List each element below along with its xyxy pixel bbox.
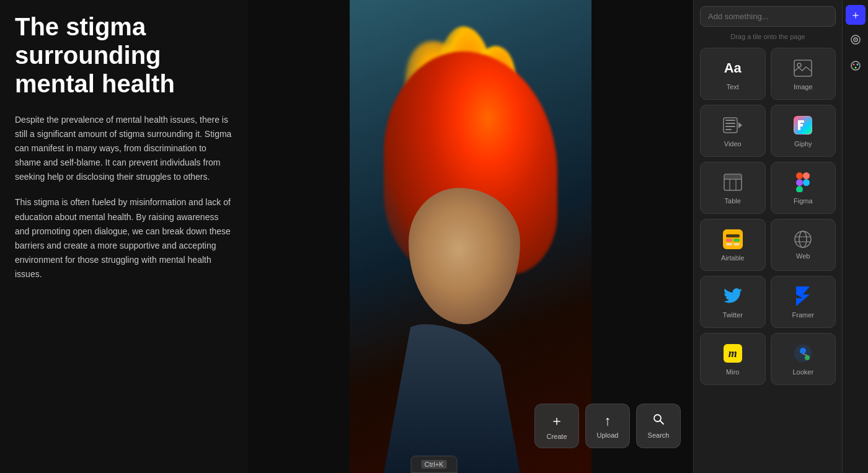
svg-rect-19 xyxy=(803,172,810,179)
svg-line-1 xyxy=(660,421,663,424)
svg-rect-5 xyxy=(725,120,735,121)
drag-hint: Drag a tile onto the page xyxy=(700,33,836,40)
svg-rect-21 xyxy=(796,186,803,192)
bottom-bar: Ctrl+K xyxy=(411,456,458,473)
edge-palette-button[interactable] xyxy=(846,57,866,77)
search-icon xyxy=(652,413,665,429)
edge-add-button[interactable]: ＋ xyxy=(846,5,866,25)
bottom-bar-text: Ctrl+K xyxy=(422,460,447,469)
svg-point-29 xyxy=(795,231,811,247)
twitter-tile-label: Twitter xyxy=(723,311,743,319)
tile-giphy[interactable]: Giphy xyxy=(771,105,836,157)
svg-point-34 xyxy=(800,348,806,354)
tile-framer[interactable]: Framer xyxy=(771,276,836,328)
svg-rect-7 xyxy=(725,126,735,127)
svg-rect-27 xyxy=(726,243,732,245)
svg-point-40 xyxy=(852,64,854,66)
action-buttons-container: ＋ Create ↑ Upload Search xyxy=(534,404,681,448)
tile-looker[interactable]: Looker xyxy=(771,333,836,385)
svg-point-0 xyxy=(654,415,661,422)
svg-rect-28 xyxy=(733,243,740,245)
tiles-grid: Aa Text Image xyxy=(700,48,836,385)
edge-toolbar: ＋ xyxy=(842,0,868,473)
search-button[interactable]: Search xyxy=(636,404,681,448)
tile-miro[interactable]: m Miro xyxy=(700,333,766,385)
article-paragraph-1: Despite the prevalence of mental health … xyxy=(15,113,233,184)
tile-video[interactable]: Video xyxy=(700,105,766,157)
video-tile-icon xyxy=(722,114,744,136)
looker-tile-icon xyxy=(792,342,814,365)
svg-rect-23 xyxy=(723,229,743,249)
looker-tile-label: Looker xyxy=(792,368,813,376)
svg-point-39 xyxy=(851,61,860,70)
image-tile-icon xyxy=(792,57,814,79)
video-tile-label: Video xyxy=(724,140,742,148)
left-content-panel: The stigma surrounding mental health Des… xyxy=(0,0,248,473)
svg-rect-11 xyxy=(798,120,804,123)
article-body: Despite the prevalence of mental health … xyxy=(15,113,233,293)
web-tile-icon xyxy=(794,230,812,249)
framer-tile-label: Framer xyxy=(792,311,814,319)
main-image xyxy=(350,0,591,473)
airtable-tile-label: Airtable xyxy=(721,254,744,262)
table-tile-label: Table xyxy=(725,197,741,205)
svg-rect-17 xyxy=(724,174,742,179)
svg-rect-24 xyxy=(726,234,740,237)
text-tile-icon: Aa xyxy=(722,57,744,79)
body-jacket xyxy=(384,324,520,473)
portrait-container xyxy=(350,0,591,473)
svg-rect-2 xyxy=(794,60,812,76)
sidebar-search-input[interactable] xyxy=(700,6,836,27)
miro-tile-label: Miro xyxy=(726,368,739,376)
twitter-tile-icon xyxy=(722,285,744,307)
svg-point-30 xyxy=(799,231,807,247)
tile-text[interactable]: Aa Text xyxy=(700,48,766,100)
svg-rect-18 xyxy=(796,172,803,179)
miro-tile-icon: m xyxy=(722,342,744,365)
svg-rect-12 xyxy=(798,124,803,126)
tile-twitter[interactable]: Twitter xyxy=(700,276,766,328)
upload-label: Upload xyxy=(597,431,619,439)
search-label: Search xyxy=(648,431,670,439)
airtable-tile-icon xyxy=(722,228,744,250)
create-label: Create xyxy=(546,433,567,440)
face xyxy=(409,188,520,324)
svg-rect-8 xyxy=(725,129,732,130)
center-panel: ＋ Create ↑ Upload Search xyxy=(248,0,693,473)
web-tile-label: Web xyxy=(796,252,810,260)
create-icon: ＋ xyxy=(550,412,564,430)
create-button[interactable]: ＋ Create xyxy=(534,404,579,448)
giphy-tile-icon xyxy=(792,114,814,136)
tile-table[interactable]: Table xyxy=(700,162,766,214)
tile-figma[interactable]: Figma xyxy=(771,162,836,214)
edge-target-button[interactable] xyxy=(846,31,866,51)
figma-tile-icon xyxy=(792,171,814,193)
upload-icon: ↑ xyxy=(604,413,611,429)
svg-point-22 xyxy=(803,179,810,186)
tile-web[interactable]: Web xyxy=(771,219,836,271)
right-sidebar: Drag a tile onto the page Aa Text Image xyxy=(693,0,842,473)
tile-airtable[interactable]: Airtable xyxy=(700,219,766,271)
tile-image[interactable]: Image xyxy=(771,48,836,100)
article-paragraph-2: This stigma is often fueled by misinform… xyxy=(15,195,233,281)
framer-tile-icon xyxy=(792,285,814,307)
svg-point-38 xyxy=(855,39,856,40)
svg-point-35 xyxy=(805,355,810,360)
keyboard-shortcut: Ctrl+K xyxy=(422,460,447,469)
target-icon xyxy=(850,34,861,48)
image-tile-label: Image xyxy=(794,83,813,91)
plus-icon: ＋ xyxy=(850,7,861,22)
giphy-tile-label: Giphy xyxy=(794,140,812,148)
svg-point-41 xyxy=(856,64,858,66)
svg-rect-26 xyxy=(733,239,740,242)
figma-tile-label: Figma xyxy=(794,197,813,205)
table-tile-icon xyxy=(722,171,744,193)
palette-icon xyxy=(850,60,861,74)
article-title: The stigma surrounding mental health xyxy=(15,12,233,98)
svg-point-42 xyxy=(854,67,856,69)
svg-rect-25 xyxy=(726,239,732,242)
svg-point-3 xyxy=(797,63,801,67)
svg-rect-20 xyxy=(796,179,803,186)
upload-button[interactable]: ↑ Upload xyxy=(585,404,630,448)
text-tile-label: Text xyxy=(727,83,739,91)
